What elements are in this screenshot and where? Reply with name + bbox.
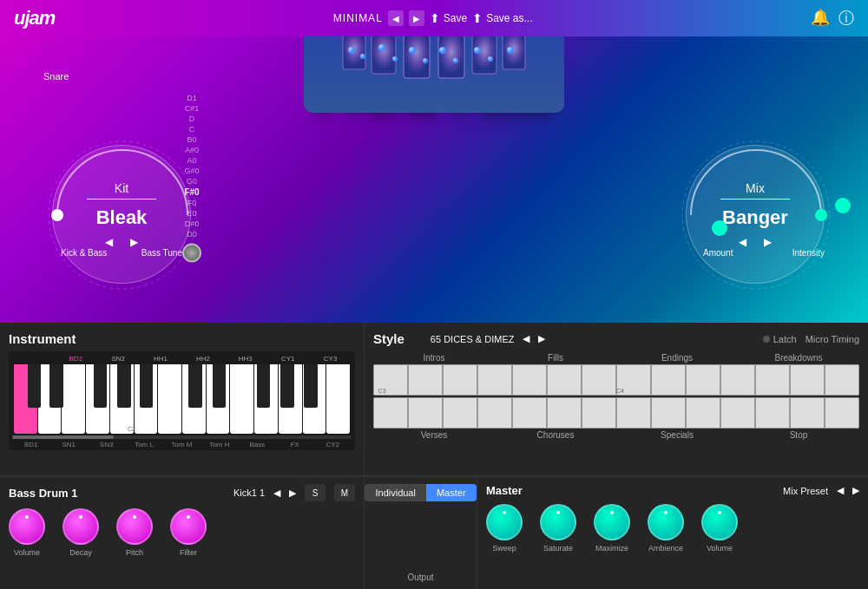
cy3-label: CY3 xyxy=(309,355,352,363)
style-key[interactable] xyxy=(790,397,825,429)
keyboard-scrollbar[interactable] xyxy=(12,435,352,439)
micro-timing-button[interactable]: Micro Timing xyxy=(806,334,859,344)
master-preset-next-button[interactable]: ▶ xyxy=(852,485,859,496)
piano-key[interactable] xyxy=(207,364,230,434)
pitch-knob[interactable] xyxy=(116,508,153,545)
intensity-label: Intensity xyxy=(792,248,825,258)
piano-key[interactable] xyxy=(326,364,350,434)
master-volume-label: Volume xyxy=(707,544,733,553)
style-key[interactable] xyxy=(547,364,582,396)
output-label: Output xyxy=(407,573,433,582)
bass-drum-prev-button[interactable]: ◀ xyxy=(273,488,280,499)
right-controls: Mix Banger ◀ ▶ Amount Intensity xyxy=(660,36,851,323)
intensity-knob[interactable] xyxy=(835,198,851,213)
style-keyboard-top[interactable]: C3 C4 xyxy=(373,364,859,396)
m-button[interactable]: M xyxy=(334,484,355,501)
decay-knob[interactable] xyxy=(62,508,99,545)
style-key[interactable] xyxy=(825,397,859,429)
bd1-label: BD1 xyxy=(12,441,49,448)
bass-note: A0 xyxy=(187,156,196,165)
style-key[interactable] xyxy=(477,397,512,429)
preset-navigation: MiNiMAL ◀ ▶ ⬆ Save ⬆ Save as... xyxy=(333,10,533,26)
ambience-knob[interactable] xyxy=(648,504,684,540)
maximize-knob[interactable] xyxy=(594,504,630,540)
style-key[interactable] xyxy=(720,397,755,429)
bass-note: G#0 xyxy=(184,167,199,175)
piano-key[interactable] xyxy=(158,364,181,434)
style-key[interactable] xyxy=(651,397,686,429)
style-key[interactable] xyxy=(686,397,720,429)
keyboard-scrollbar-thumb[interactable] xyxy=(12,435,114,439)
save-as-button[interactable]: ⬆ Save as... xyxy=(472,11,532,25)
style-key[interactable] xyxy=(512,364,547,396)
piano-key[interactable] xyxy=(86,364,109,434)
endings-label: Endings xyxy=(616,353,738,363)
style-key[interactable] xyxy=(616,397,651,429)
save-button[interactable]: ⬆ Save xyxy=(430,11,467,25)
bass-tune-knob[interactable] xyxy=(182,244,201,263)
style-key[interactable] xyxy=(582,364,616,396)
style-key[interactable] xyxy=(443,397,477,429)
master-preset-prev-button[interactable]: ◀ xyxy=(837,485,844,496)
master-button[interactable]: Master xyxy=(426,484,477,501)
style-next-button[interactable]: ▶ xyxy=(538,333,545,344)
saturate-knob-group: Saturate xyxy=(540,504,576,553)
style-key[interactable] xyxy=(582,397,616,429)
style-key[interactable] xyxy=(512,397,547,429)
saturate-knob[interactable] xyxy=(540,504,576,540)
piano-key[interactable] xyxy=(38,364,62,434)
style-key[interactable] xyxy=(408,364,443,396)
style-key[interactable] xyxy=(720,364,755,396)
info-icon[interactable]: ⓘ xyxy=(838,8,854,29)
master-volume-knob[interactable] xyxy=(701,504,738,540)
instrument-keyboard[interactable]: C2 xyxy=(12,364,352,434)
ambience-knob-group: Ambience xyxy=(648,504,684,553)
piano-key[interactable] xyxy=(230,364,253,434)
style-key[interactable] xyxy=(547,397,582,429)
style-header: Style 65 DICES & DIMEZ ◀ ▶ Latch Micro T… xyxy=(373,331,859,346)
style-key[interactable] xyxy=(755,364,790,396)
hh2-label: HH2 xyxy=(182,355,225,363)
style-key[interactable] xyxy=(443,364,477,396)
piano-key[interactable] xyxy=(135,364,158,434)
filter-knob[interactable] xyxy=(170,508,207,545)
style-key[interactable] xyxy=(790,364,825,396)
preset-prev-button[interactable]: ◀ xyxy=(388,10,404,26)
piano-key-active[interactable] xyxy=(14,364,37,434)
preset-next-button[interactable]: ▶ xyxy=(409,10,424,26)
individual-button[interactable]: Individual xyxy=(365,484,425,501)
latch-button[interactable]: Latch xyxy=(763,334,797,344)
toml-label: Tom L xyxy=(125,441,162,448)
amount-knob[interactable] xyxy=(712,220,727,236)
style-prev-button[interactable]: ◀ xyxy=(523,333,529,344)
master-title: Master xyxy=(486,484,523,497)
bottom-controls-row: Bass Drum 1 Kick1 1 ◀ ▶ S M Volume xyxy=(0,476,868,589)
sweep-knob[interactable] xyxy=(486,504,523,540)
style-key[interactable] xyxy=(825,364,859,396)
save-as-icon: ⬆ xyxy=(472,11,483,25)
piano-key[interactable] xyxy=(110,364,134,434)
knob-indicator xyxy=(503,511,506,514)
style-key[interactable] xyxy=(373,397,408,429)
maximize-label: Maximize xyxy=(595,544,628,553)
svg-rect-8 xyxy=(343,36,365,69)
notification-icon[interactable]: 🔔 xyxy=(811,8,830,29)
piano-key[interactable] xyxy=(303,364,326,434)
style-key[interactable] xyxy=(686,364,720,396)
style-key[interactable] xyxy=(477,364,512,396)
volume-knob[interactable] xyxy=(9,508,45,545)
piano-key[interactable] xyxy=(254,364,278,434)
intros-label: Intros xyxy=(373,353,495,363)
svg-rect-11 xyxy=(438,36,464,78)
bass-drum-next-button[interactable]: ▶ xyxy=(289,488,296,499)
piano-key[interactable] xyxy=(62,364,85,434)
drum-labels-bottom: BD1 SN1 SN3 Tom L Tom M Tom H Bass FX CY… xyxy=(12,441,352,448)
style-keyboard-bottom[interactable] xyxy=(373,397,859,429)
piano-key[interactable] xyxy=(182,364,206,434)
style-key[interactable] xyxy=(408,397,443,429)
style-key[interactable] xyxy=(755,397,790,429)
s-button[interactable]: S xyxy=(305,484,326,501)
piano-key[interactable] xyxy=(279,364,302,434)
style-key[interactable] xyxy=(651,364,686,396)
bass-note: G0 xyxy=(187,177,197,186)
